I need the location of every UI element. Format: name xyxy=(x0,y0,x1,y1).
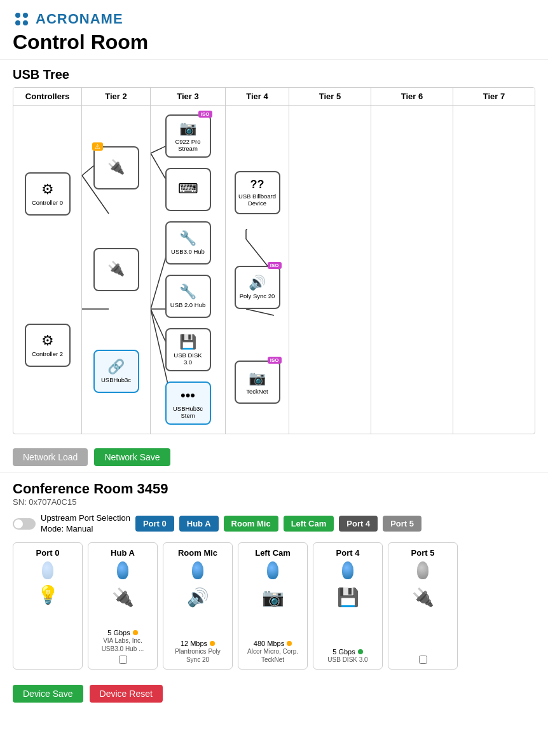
port-card-huba: Hub A 🔌 5 Gbps VIA Labs, Inc. USB3.0 Hub… xyxy=(88,542,158,670)
usb20hub-node[interactable]: 🔧 USB 2.0 Hub xyxy=(165,275,211,318)
tier-header-controllers: Controllers xyxy=(13,88,82,105)
usbhub3cstem-node[interactable]: ••• USBHub3c Stem xyxy=(165,381,211,425)
svg-point-2 xyxy=(15,20,20,25)
tecknet-node[interactable]: ISO 📷 TeckNet xyxy=(235,361,280,404)
port4-device-name: USB DISK 3.0 xyxy=(327,656,367,664)
tier2-1-icon: 🔌 xyxy=(107,261,125,277)
controller0-icon: ⚙ xyxy=(41,181,54,198)
port-tab-roommic[interactable]: Room Mic xyxy=(224,516,278,532)
tier-header-5: Tier 5 xyxy=(289,88,371,105)
c922-icon: 📷 xyxy=(179,120,196,137)
huba-speed-row: 5 Gbps xyxy=(107,626,137,636)
c922-iso-badge: ISO xyxy=(198,111,212,118)
conference-title: Conference Room 3459 xyxy=(13,481,535,497)
port5-checkbox[interactable] xyxy=(419,656,427,664)
roommic-device-name: Plantronics Poly Sync 20 xyxy=(167,647,228,664)
leftcam-device-name: Alcor Micro, Corp. TeckNet xyxy=(242,647,303,664)
port4-title: Port 4 xyxy=(336,548,360,558)
roommic-title: Room Mic xyxy=(178,548,217,558)
svg-point-3 xyxy=(23,20,28,25)
billboard-label: USB Billboard Device xyxy=(238,193,277,207)
port-tab-5[interactable]: Port 5 xyxy=(383,516,421,532)
port5-device-icon: 🔌 xyxy=(412,587,434,608)
controller2-label: Controller 2 xyxy=(32,350,63,357)
toggle-knob xyxy=(14,519,23,528)
upstream-row: Upstream Port Selection Mode: Manual Por… xyxy=(13,513,535,535)
port4-speed-row: 5 Gbps xyxy=(332,645,362,656)
port4-speed: 5 Gbps xyxy=(332,648,355,656)
leftcam-speed-row: 480 Mbps xyxy=(254,637,292,647)
billboard-icon: ?? xyxy=(250,178,264,191)
usb30hub-node[interactable]: 🔧 USB3.0 Hub xyxy=(165,221,211,265)
conference-section: Conference Room 3459 SN: 0x707A0C15 Upst… xyxy=(0,472,548,677)
tecknet-label: TeckNet xyxy=(246,388,268,395)
page-title: Control Room xyxy=(13,31,535,54)
billboard-node[interactable]: ?? USB Billboard Device xyxy=(235,171,280,214)
usb-tree-container: Controllers Tier 2 Tier 3 Tier 4 Tier 5 … xyxy=(13,87,535,434)
network-btn-row: Network Load Network Save xyxy=(0,442,548,472)
roommic-led xyxy=(192,561,203,579)
upstream-toggle[interactable] xyxy=(13,518,36,530)
port4-speed-dot xyxy=(358,649,363,654)
port4-led xyxy=(342,561,353,579)
keyboard-node[interactable]: ⌨ xyxy=(165,168,211,211)
usb-tree-section: USB Tree Controllers Tier 2 Tier 3 Tier … xyxy=(0,60,548,442)
tier2-0-icon: 🔌 xyxy=(107,159,125,175)
tier-headers: Controllers Tier 2 Tier 3 Tier 4 Tier 5 … xyxy=(13,88,535,106)
keyboard-icon: ⌨ xyxy=(178,181,198,197)
network-save-button[interactable]: Network Save xyxy=(94,448,170,466)
c922-node[interactable]: ISO 📷 C922 Pro Stream xyxy=(165,114,211,158)
huba-device-name: VIA Labs, Inc. USB3.0 Hub ... xyxy=(92,636,153,653)
controller0-node[interactable]: ⚙ Controller 0 xyxy=(25,172,71,216)
tier2-node-0[interactable]: ⚠ 🔌 xyxy=(93,146,139,189)
port-tab-huba[interactable]: Hub A xyxy=(179,516,219,532)
tecknet-icon: 📷 xyxy=(249,370,266,387)
port-tab-4[interactable]: Port 4 xyxy=(339,516,378,532)
huba-speed-dot xyxy=(133,630,138,635)
warn-badge: ⚠ xyxy=(92,142,103,151)
huba-title: Hub A xyxy=(111,548,135,558)
usbhub3c-node[interactable]: 🔗 USBHub3c xyxy=(93,350,139,393)
usbhub3cstem-label: USBHub3c Stem xyxy=(169,405,207,420)
controllers-col: ⚙ Controller 0 ⚙ Controller 2 xyxy=(13,106,82,434)
tier-header-2: Tier 2 xyxy=(82,88,151,105)
port-tab-leftcam[interactable]: Left Cam xyxy=(284,516,334,532)
port4-device-icon: 💾 xyxy=(337,587,359,608)
controller2-icon: ⚙ xyxy=(41,333,54,349)
upstream-label: Upstream Port Selection Mode: Manual xyxy=(41,513,130,535)
port5-title: Port 5 xyxy=(411,548,435,558)
tier6-col xyxy=(371,106,453,434)
port0-title: Port 0 xyxy=(36,548,60,558)
huba-speed: 5 Gbps xyxy=(107,629,130,636)
usb20hub-icon: 🔧 xyxy=(179,284,196,300)
usbhub3c-icon: 🔗 xyxy=(107,359,125,375)
controller2-node[interactable]: ⚙ Controller 2 xyxy=(25,324,71,367)
tier-header-7: Tier 7 xyxy=(453,88,535,105)
ports-row: Port 0 💡 Hub A 🔌 5 Gbps VIA Labs, Inc. U… xyxy=(13,542,535,670)
port-card-0: Port 0 💡 xyxy=(13,542,83,670)
tier2-node-1[interactable]: 🔌 xyxy=(93,248,139,291)
tier5-col xyxy=(289,106,371,434)
device-save-button[interactable]: Device Save xyxy=(13,685,83,703)
device-reset-button[interactable]: Device Reset xyxy=(90,685,163,703)
svg-point-0 xyxy=(15,13,20,18)
network-load-button[interactable]: Network Load xyxy=(13,448,88,466)
usb-tree-title: USB Tree xyxy=(13,67,535,82)
port-card-5: Port 5 🔌 xyxy=(388,542,458,670)
usbhub3c-label: USBHub3c xyxy=(101,376,131,383)
leftcam-speed: 480 Mbps xyxy=(254,640,284,647)
huba-checkbox[interactable] xyxy=(119,656,127,664)
leftcam-title: Left Cam xyxy=(255,548,291,558)
polysync-iso-badge: ISO xyxy=(268,262,282,269)
port-tab-0[interactable]: Port 0 xyxy=(135,516,174,532)
brand-name: ACRONAME xyxy=(36,11,123,27)
port-card-4: Port 4 💾 5 Gbps USB DISK 3.0 xyxy=(313,542,383,670)
polysync-label: Poly Sync 20 xyxy=(240,292,275,299)
tier-header-4: Tier 4 xyxy=(226,88,289,105)
polysync-node[interactable]: ISO 🔊 Poly Sync 20 xyxy=(235,266,280,309)
usbdisk-node[interactable]: 💾 USB DISK 3.0 xyxy=(165,328,211,371)
huba-led xyxy=(117,561,128,579)
svg-point-1 xyxy=(23,13,28,18)
tier-header-6: Tier 6 xyxy=(371,88,453,105)
usbdisk-icon: 💾 xyxy=(179,334,196,350)
